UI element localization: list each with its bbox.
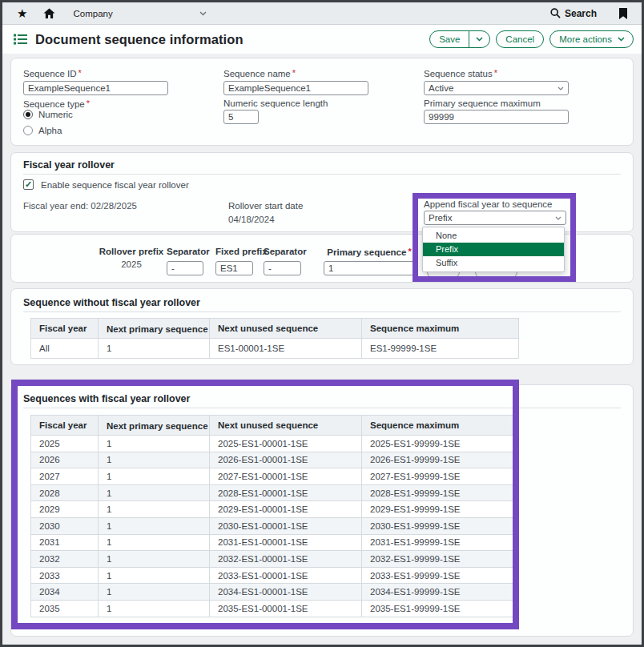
company-menu-label[interactable]: Company (73, 9, 112, 18)
table-cell: 2029-ES1-99999-1SE (362, 501, 519, 518)
table-cell: 2025-ES1-99999-1SE (362, 436, 519, 452)
radio-numeric-label: Numeric (38, 110, 73, 119)
record-list-icon[interactable] (14, 34, 27, 45)
table-cell: 2030-ES1-99999-1SE (362, 517, 519, 534)
sequence-name-label: Sequence name* (223, 68, 296, 78)
table-cell: 2026-ES1-99999-1SE (362, 452, 519, 468)
column-header: Fiscal year (31, 319, 99, 339)
table-cell: 2028 (31, 484, 99, 501)
primary-max-input[interactable] (424, 110, 569, 124)
page-header: Document sequence information Save Cance… (2, 25, 642, 54)
dropdown-option-suffix[interactable]: Suffix (423, 256, 564, 270)
table-cell: 2025-ES1-00001-1SE (210, 436, 362, 452)
table-header-row: Fiscal yearNext primary sequence*Next un… (31, 416, 519, 436)
table-cell: 2027-ES1-00001-1SE (210, 468, 362, 485)
sequences-with-title: Sequences with fiscal year rollover (23, 393, 190, 404)
company-chevron-down-icon[interactable] (199, 11, 207, 16)
table-row: 203212032-ES1-00001-1SE2032-ES1-99999-1S… (31, 551, 519, 568)
primary-sequence-input[interactable] (324, 261, 418, 275)
checkbox-checked-icon: ✓ (23, 179, 34, 190)
table-cell: 1 (99, 567, 210, 584)
more-actions-chevron-icon (618, 37, 625, 42)
radio-unselected-icon (23, 126, 33, 135)
radio-numeric[interactable]: Numeric (23, 110, 73, 119)
sequence-status-value: Active (429, 83, 453, 93)
table-cell: All (31, 339, 99, 359)
fiscal-rollover-card: Fiscal year rollover ✓ Enable sequence f… (10, 152, 634, 232)
fiscal-year-end-text: Fiscal year end: 02/28/2025 (23, 201, 137, 211)
table-row: 202912029-ES1-00001-1SE2029-ES1-99999-1S… (31, 501, 519, 518)
sequence-id-label: Sequence ID* (23, 68, 82, 78)
table-cell: 2032 (31, 551, 99, 568)
sequences-with-rollover-card: Sequences with fiscal year rollover Fisc… (10, 384, 634, 637)
search-label: Search (565, 8, 597, 19)
table-cell: 1 (99, 534, 210, 551)
general-info-card: Sequence ID* Sequence name* Sequence sta… (10, 58, 634, 146)
table-row: 202612026-ES1-00001-1SE2026-ES1-99999-1S… (31, 452, 519, 468)
sequence-name-input[interactable] (223, 81, 368, 95)
fiscal-rollover-title: Fiscal year rollover (23, 159, 115, 171)
separator1-label: Separator (167, 247, 203, 256)
home-icon[interactable] (43, 8, 55, 19)
radio-alpha[interactable]: Alpha (23, 126, 62, 135)
numeric-length-input[interactable] (223, 110, 259, 124)
table-cell: 2033-ES1-99999-1SE (362, 567, 519, 584)
table-cell: 2034 (31, 584, 99, 601)
sequence-type-label: Sequence type* (23, 98, 90, 109)
sequence-without-title: Sequence without fiscal year rollover (23, 297, 200, 308)
select-chevron-icon (557, 86, 564, 90)
table-cell: 2028-ES1-99999-1SE (362, 484, 519, 501)
more-actions-button[interactable]: More actions (549, 30, 634, 48)
table-row: 202512025-ES1-00001-1SE2025-ES1-99999-1S… (31, 436, 519, 452)
table-cell: 2035-ES1-99999-1SE (362, 600, 519, 617)
table-cell: 1 (99, 468, 210, 485)
table-cell: 2031 (31, 534, 99, 551)
table-cell: 2032-ES1-99999-1SE (362, 551, 519, 568)
bookmark-icon[interactable] (619, 8, 627, 19)
fixed-prefix-input[interactable] (215, 261, 253, 275)
rollover-start-label: Rollover start date (228, 201, 303, 211)
save-button[interactable]: Save (430, 34, 469, 44)
save-split-button: Save (429, 30, 490, 48)
table-cell: 2034-ES1-99999-1SE (362, 584, 519, 601)
enable-rollover-label: Enable sequence fiscal year rollover (41, 180, 189, 190)
table-row: 202812028-ES1-00001-1SE2028-ES1-99999-1S… (31, 484, 519, 501)
table-row: 203012030-ES1-00001-1SE2030-ES1-99999-1S… (31, 517, 519, 534)
sequence-status-select[interactable]: Active (424, 81, 569, 95)
sequence-id-input[interactable] (23, 81, 168, 95)
rollover-prefix-label: Rollover prefix (87, 247, 175, 256)
save-dropdown-chevron-icon[interactable] (469, 31, 489, 47)
column-header: Next unused sequence (210, 416, 362, 436)
app-window: ★ Company Search Document sequenc (0, 0, 644, 647)
separator2-label: Separator (264, 247, 301, 256)
numeric-length-label: Numeric sequence length (223, 98, 328, 108)
table-cell: 2031-ES1-00001-1SE (210, 534, 362, 551)
rollover-prefix-value: 2025 (87, 259, 175, 269)
table-cell: 2027-ES1-99999-1SE (362, 468, 519, 485)
sequence-without-table: Fiscal yearNext primary sequence*Next un… (30, 318, 519, 359)
separator1-input[interactable] (167, 261, 203, 275)
column-header: Next primary sequence* (99, 319, 210, 339)
cancel-button[interactable]: Cancel (496, 30, 544, 48)
table-row: 203412034-ES1-00001-1SE2034-ES1-99999-1S… (31, 584, 519, 601)
table-row: 202712027-ES1-00001-1SE2027-ES1-99999-1S… (31, 468, 519, 485)
table-header-row: Fiscal yearNext primary sequence*Next un… (31, 319, 519, 339)
column-header: Sequence maximum (362, 319, 519, 339)
enable-rollover-checkbox[interactable]: ✓ Enable sequence fiscal year rollover (23, 179, 189, 190)
primary-max-label: Primary sequence maximum (424, 98, 541, 108)
table-cell: 2033 (31, 567, 99, 584)
dropdown-option-none[interactable]: None (423, 229, 564, 243)
table-cell: 1 (99, 501, 210, 518)
search-icon (550, 8, 561, 18)
separator2-input[interactable] (264, 261, 301, 275)
table-cell: 2035 (31, 600, 99, 617)
column-header: Sequence maximum (362, 416, 519, 436)
table-cell: 1 (99, 600, 210, 617)
fixed-prefix-label: Fixed prefix (215, 247, 253, 256)
append-fiscal-year-select[interactable]: Prefix (424, 211, 566, 225)
search-button[interactable]: Search (550, 8, 597, 19)
dropdown-option-prefix[interactable]: Prefix (423, 243, 564, 256)
radio-alpha-label: Alpha (38, 126, 62, 135)
table-cell: 1 (99, 484, 210, 501)
favorites-star-icon[interactable]: ★ (17, 7, 27, 19)
